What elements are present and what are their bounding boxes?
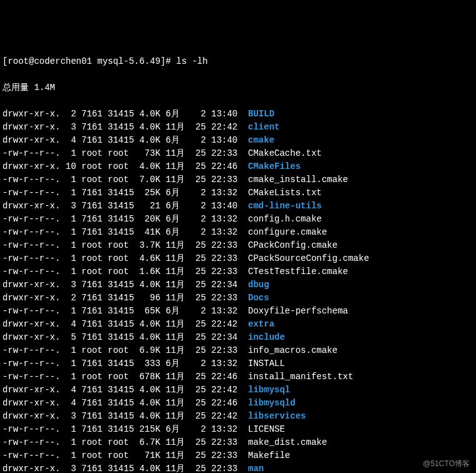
listing-row: -rw-r--r--. 1 root root 4.6K 11月 25 22:3… — [3, 252, 473, 265]
listing-row: drwxr-xr-x. 4 7161 31415 4.0K 11月 25 22:… — [3, 318, 473, 331]
listing-row: drwxr-xr-x. 3 7161 31415 4.0K 11月 25 22:… — [3, 121, 473, 134]
total-line: 总用量 1.4M — [3, 81, 473, 94]
file-name: install_manifest.txt — [248, 372, 353, 382]
listing-meta: drwxr-xr-x. 3 7161 31415 4.0K 11月 25 22:… — [3, 280, 248, 290]
directory-name: cmd-line-utils — [248, 201, 322, 211]
listing-meta: drwxr-xr-x. 4 7161 31415 4.0K 11月 25 22:… — [3, 319, 248, 329]
directory-name: libmysql — [248, 385, 290, 395]
listing-row: drwxr-xr-x. 10 root root 4.0K 11月 25 22:… — [3, 160, 473, 173]
listing-row: -rw-r--r--. 1 7161 31415 20K 6月 2 13:32 … — [3, 213, 473, 226]
file-name: CMakeCache.txt — [248, 148, 322, 158]
listing-row: -rw-r--r--. 1 root root 6.7K 11月 25 22:3… — [3, 436, 473, 449]
file-name: cmake_install.cmake — [248, 175, 348, 185]
listing-row: drwxr-xr-x. 4 7161 31415 4.0K 11月 25 22:… — [3, 384, 473, 397]
listing-row: drwxr-xr-x. 3 7161 31415 21 6月 2 13:40 c… — [3, 200, 473, 213]
listing-meta: drwxr-xr-x. 2 7161 31415 4.0K 6月 2 13:40 — [3, 109, 248, 119]
listing-row: drwxr-xr-x. 4 7161 31415 4.0K 11月 25 22:… — [3, 397, 473, 410]
listing-meta: -rw-r--r--. 1 root root 4.6K 11月 25 22:3… — [3, 253, 248, 263]
listing-row: -rw-r--r--. 1 root root 1.6K 11月 25 22:3… — [3, 265, 473, 278]
file-name: LICENSE — [248, 424, 285, 434]
listing-row: -rw-r--r--. 1 7161 31415 215K 6月 2 13:32… — [3, 423, 473, 436]
listing-row: -rw-r--r--. 1 root root 3.7K 11月 25 22:3… — [3, 239, 473, 252]
file-name: make_dist.cmake — [248, 437, 327, 447]
listing-row: -rw-r--r--. 1 root root 71K 11月 25 22:33… — [3, 449, 473, 462]
listing-meta: drwxr-xr-x. 2 7161 31415 96 11月 25 22:33 — [3, 293, 248, 303]
listing-meta: drwxr-xr-x. 4 7161 31415 4.0K 11月 25 22:… — [3, 385, 248, 395]
listing-row: -rw-r--r--. 1 7161 31415 65K 6月 2 13:32 … — [3, 305, 473, 318]
listing-meta: drwxr-xr-x. 4 7161 31415 4.0K 6月 2 13:40 — [3, 135, 248, 145]
directory-name: man — [248, 464, 264, 473]
listing-row: -rw-r--r--. 1 root root 7.0K 11月 25 22:3… — [3, 173, 473, 186]
listing-meta: -rw-r--r--. 1 7161 31415 215K 6月 2 13:32 — [3, 424, 248, 434]
listing-row: drwxr-xr-x. 3 7161 31415 4.0K 11月 25 22:… — [3, 278, 473, 292]
file-name: configure.cmake — [248, 227, 327, 237]
file-name: CPackConfig.cmake — [248, 240, 338, 250]
terminal-prompt[interactable]: [root@coderchen01 mysql-5.6.49]# ls -lh — [3, 55, 473, 68]
listing-meta: -rw-r--r--. 1 root root 6.7K 11月 25 22:3… — [3, 437, 248, 447]
listing-meta: drwxr-xr-x. 4 7161 31415 4.0K 11月 25 22:… — [3, 398, 248, 408]
listing-meta: drwxr-xr-x. 5 7161 31415 4.0K 11月 25 22:… — [3, 332, 248, 342]
directory-name: libservices — [248, 411, 306, 421]
directory-name: Docs — [248, 293, 269, 303]
listing-meta: -rw-r--r--. 1 root root 3.7K 11月 25 22:3… — [3, 240, 248, 250]
listing-meta: -rw-r--r--. 1 root root 71K 11月 25 22:33 — [3, 450, 248, 460]
listing-row: -rw-r--r--. 1 7161 31415 333 6月 2 13:32 … — [3, 357, 473, 370]
listing-meta: -rw-r--r--. 1 7161 31415 65K 6月 2 13:32 — [3, 306, 248, 316]
listing-meta: drwxr-xr-x. 10 root root 4.0K 11月 25 22:… — [3, 161, 248, 171]
directory-name: dbug — [248, 280, 269, 290]
listing-meta: drwxr-xr-x. 3 7161 31415 4.0K 11月 25 22:… — [3, 464, 248, 473]
file-name: CMakeLists.txt — [248, 188, 322, 198]
listing-row: -rw-r--r--. 1 root root 678K 11月 25 22:4… — [3, 370, 473, 384]
listing-row: -rw-r--r--. 1 root root 73K 11月 25 22:33… — [3, 147, 473, 160]
directory-name: CMakeFiles — [248, 161, 301, 171]
listing-row: -rw-r--r--. 1 7161 31415 25K 6月 2 13:32 … — [3, 186, 473, 200]
listing-row: drwxr-xr-x. 2 7161 31415 4.0K 6月 2 13:40… — [3, 108, 473, 121]
listing-row: -rw-r--r--. 1 root root 6.9K 11月 25 22:3… — [3, 344, 473, 357]
listing-meta: -rw-r--r--. 1 root root 7.0K 11月 25 22:3… — [3, 175, 248, 185]
directory-name: BUILD — [248, 109, 274, 119]
file-listing: drwxr-xr-x. 2 7161 31415 4.0K 6月 2 13:40… — [3, 108, 473, 473]
listing-meta: -rw-r--r--. 1 7161 31415 41K 6月 2 13:32 — [3, 227, 248, 237]
listing-meta: -rw-r--r--. 1 root root 73K 11月 25 22:33 — [3, 148, 248, 158]
listing-row: drwxr-xr-x. 3 7161 31415 4.0K 11月 25 22:… — [3, 462, 473, 473]
listing-meta: -rw-r--r--. 1 root root 6.9K 11月 25 22:3… — [3, 345, 248, 355]
file-name: Makefile — [248, 450, 290, 460]
listing-meta: -rw-r--r--. 1 7161 31415 20K 6月 2 13:32 — [3, 214, 248, 224]
listing-meta: -rw-r--r--. 1 root root 678K 11月 25 22:4… — [3, 372, 248, 382]
listing-row: drwxr-xr-x. 2 7161 31415 96 11月 25 22:33… — [3, 292, 473, 305]
directory-name: libmysqld — [248, 398, 296, 408]
listing-meta: drwxr-xr-x. 3 7161 31415 4.0K 11月 25 22:… — [3, 122, 248, 132]
listing-meta: -rw-r--r--. 1 7161 31415 25K 6月 2 13:32 — [3, 188, 248, 198]
file-name: INSTALL — [248, 359, 285, 369]
directory-name: extra — [248, 319, 274, 329]
listing-meta: drwxr-xr-x. 3 7161 31415 4.0K 11月 25 22:… — [3, 411, 248, 421]
listing-meta: drwxr-xr-x. 3 7161 31415 21 6月 2 13:40 — [3, 201, 248, 211]
file-name: Doxyfile-perfschema — [248, 306, 348, 316]
directory-name: client — [248, 122, 279, 132]
listing-row: -rw-r--r--. 1 7161 31415 41K 6月 2 13:32 … — [3, 226, 473, 239]
file-name: info_macros.cmake — [248, 345, 338, 355]
listing-meta: -rw-r--r--. 1 7161 31415 333 6月 2 13:32 — [3, 359, 248, 369]
listing-meta: -rw-r--r--. 1 root root 1.6K 11月 25 22:3… — [3, 267, 248, 277]
file-name: config.h.cmake — [248, 214, 322, 224]
file-name: CPackSourceConfig.cmake — [248, 253, 369, 263]
directory-name: include — [248, 332, 285, 342]
watermark: @51CTO博客 — [423, 458, 470, 469]
file-name: CTestTestfile.cmake — [248, 267, 348, 277]
listing-row: drwxr-xr-x. 4 7161 31415 4.0K 6月 2 13:40… — [3, 134, 473, 147]
listing-row: drwxr-xr-x. 5 7161 31415 4.0K 11月 25 22:… — [3, 331, 473, 344]
directory-name: cmake — [248, 135, 274, 145]
listing-row: drwxr-xr-x. 3 7161 31415 4.0K 11月 25 22:… — [3, 410, 473, 423]
